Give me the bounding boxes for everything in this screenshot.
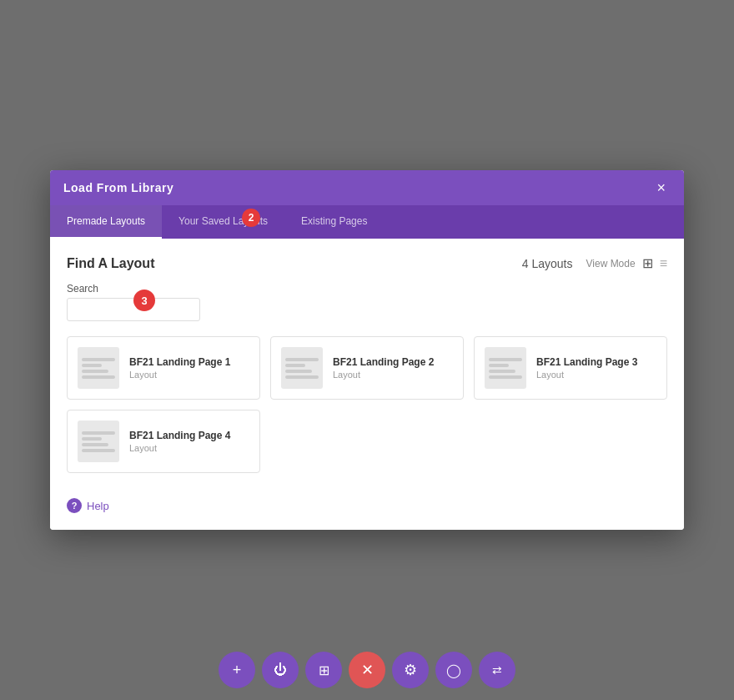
modal-body: Find A Layout 4 Layouts View Mode ⊞ ≡ Se… bbox=[50, 239, 684, 530]
layout-card-2[interactable]: BF21 Landing Page 2 Layout bbox=[270, 336, 464, 400]
badge-2: 2 bbox=[242, 209, 260, 227]
layout-info-1: BF21 Landing Page 1 Layout bbox=[129, 356, 249, 380]
layout-name-4: BF21 Landing Page 4 bbox=[129, 430, 249, 441]
more-button[interactable]: ⇄ bbox=[479, 652, 515, 688]
close-toolbar-button[interactable]: ✕ bbox=[349, 652, 385, 688]
layout-name-2: BF21 Landing Page 2 bbox=[333, 356, 453, 368]
thumb-line bbox=[489, 375, 522, 379]
thumb-line bbox=[82, 370, 108, 373]
layout-thumb-2 bbox=[281, 347, 323, 389]
modal-title: Load From Library bbox=[63, 181, 173, 194]
modal: Load From Library × Premade Layouts Your… bbox=[50, 170, 684, 530]
search-label: Search bbox=[67, 283, 667, 295]
layout-info-3: BF21 Landing Page 3 Layout bbox=[536, 356, 656, 380]
bottom-toolbar: + ⏻ ⊞ ✕ ⚙ ◯ ⇄ bbox=[0, 643, 734, 700]
layout-card-4[interactable]: BF21 Landing Page 4 Layout bbox=[67, 410, 260, 473]
add-button[interactable]: + bbox=[219, 652, 255, 688]
section-title: Find A Layout bbox=[67, 256, 154, 271]
thumb-line bbox=[285, 358, 319, 361]
layout-info-2: BF21 Landing Page 2 Layout bbox=[333, 356, 453, 380]
thumb-line bbox=[489, 364, 509, 367]
modal-header: Load From Library × bbox=[50, 170, 684, 205]
layout-card-3[interactable]: BF21 Landing Page 3 Layout bbox=[474, 336, 667, 400]
thumb-line bbox=[285, 375, 319, 379]
thumb-line bbox=[82, 431, 115, 435]
layout-name-1: BF21 Landing Page 1 bbox=[129, 356, 249, 368]
thumb-line bbox=[285, 364, 305, 367]
thumb-line bbox=[285, 370, 312, 373]
grid-view-icon[interactable]: ⊞ bbox=[642, 255, 653, 271]
thumb-line bbox=[489, 370, 515, 373]
layouts-grid: BF21 Landing Page 1 Layout BF21 Landing … bbox=[67, 336, 667, 473]
layout-thumb-3 bbox=[485, 347, 526, 389]
tab-premade[interactable]: Premade Layouts bbox=[50, 205, 162, 239]
body-header: Find A Layout 4 Layouts View Mode ⊞ ≡ bbox=[67, 255, 667, 271]
close-button[interactable]: × bbox=[651, 179, 671, 197]
thumb-line bbox=[82, 443, 108, 446]
modal-tabs: Premade Layouts Your Saved Layouts 2 Exi… bbox=[50, 205, 684, 239]
view-mode: View Mode ⊞ ≡ bbox=[573, 255, 668, 271]
layout-type-1: Layout bbox=[129, 370, 249, 380]
layout-info-4: BF21 Landing Page 4 Layout bbox=[129, 430, 249, 453]
layout-card-1[interactable]: BF21 Landing Page 1 Layout bbox=[67, 336, 260, 400]
layout-type-2: Layout bbox=[333, 370, 453, 380]
badge-3: 3 bbox=[133, 290, 155, 311]
thumb-line bbox=[82, 364, 102, 367]
layout-thumb-4 bbox=[78, 421, 119, 462]
layout-button[interactable]: ⊞ bbox=[305, 652, 342, 688]
power-button[interactable]: ⏻ bbox=[262, 652, 299, 688]
thumb-line bbox=[489, 358, 522, 361]
layout-type-3: Layout bbox=[536, 370, 656, 380]
settings-button[interactable]: ⚙ bbox=[392, 652, 429, 688]
view-mode-label: View Mode bbox=[586, 258, 636, 269]
help-icon: ? bbox=[67, 498, 82, 513]
layout-name-3: BF21 Landing Page 3 bbox=[536, 356, 656, 368]
modal-overlay: Load From Library × Premade Layouts Your… bbox=[0, 0, 734, 700]
tab-existing[interactable]: Existing Pages bbox=[284, 205, 384, 239]
layout-thumb-1 bbox=[78, 347, 119, 389]
thumb-line bbox=[82, 358, 115, 361]
thumb-line bbox=[82, 437, 102, 441]
help-label: Help bbox=[87, 500, 109, 512]
thumb-line bbox=[82, 375, 115, 379]
search-input-wrap: 3 bbox=[67, 298, 667, 321]
layout-type-4: Layout bbox=[129, 443, 249, 453]
layouts-count: 4 Layouts bbox=[522, 257, 573, 270]
list-view-icon[interactable]: ≡ bbox=[660, 256, 667, 271]
search-row: Search 3 bbox=[67, 283, 667, 321]
tab-saved[interactable]: Your Saved Layouts bbox=[162, 205, 284, 239]
thumb-line bbox=[82, 449, 115, 452]
help-row[interactable]: ? Help bbox=[67, 498, 667, 513]
preview-button[interactable]: ◯ bbox=[435, 652, 472, 688]
